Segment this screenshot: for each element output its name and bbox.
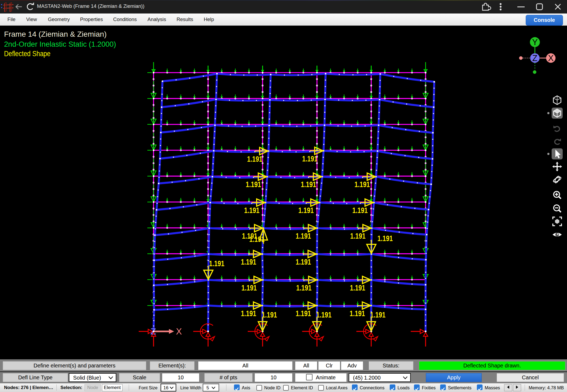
svg-text:1.191: 1.191 — [302, 154, 318, 163]
svg-text:1.191: 1.191 — [241, 257, 256, 266]
svg-text:1.191: 1.191 — [301, 180, 316, 189]
svg-text:Z: Z — [532, 53, 538, 63]
svg-text:1.191: 1.191 — [262, 310, 277, 319]
svg-text:Frame 14 (Ziemian & Ziemian): Frame 14 (Ziemian & Ziemian) — [4, 30, 107, 38]
svg-text:1.191: 1.191 — [242, 283, 257, 292]
svg-text:1.191: 1.191 — [247, 154, 263, 163]
svg-text:1.191: 1.191 — [350, 283, 365, 292]
svg-text:1.191: 1.191 — [296, 257, 311, 266]
svg-text:1.191: 1.191 — [350, 309, 365, 318]
svg-text:1.191: 1.191 — [355, 180, 370, 189]
svg-text:Y: Y — [532, 38, 538, 47]
svg-text:1.191: 1.191 — [350, 231, 366, 240]
svg-text:X: X — [176, 326, 182, 336]
svg-text:1.191: 1.191 — [378, 234, 393, 243]
svg-text:Deflected Shape: Deflected Shape — [4, 49, 50, 58]
svg-text:1.191: 1.191 — [249, 235, 265, 244]
svg-text:X: X — [548, 53, 554, 63]
svg-text:1.191: 1.191 — [316, 310, 332, 319]
svg-text:1.191: 1.191 — [246, 180, 261, 189]
svg-text:1.191: 1.191 — [209, 259, 225, 268]
svg-text:1.191: 1.191 — [352, 206, 368, 215]
svg-text:1.191: 1.191 — [296, 309, 311, 318]
svg-text:1.191: 1.191 — [296, 231, 311, 240]
svg-text:1.191: 1.191 — [298, 206, 314, 215]
svg-text:1.191: 1.191 — [370, 310, 386, 319]
svg-text:2nd-Order Inelastic Static (1.: 2nd-Order Inelastic Static (1.2000) — [4, 40, 116, 48]
svg-text:1.191: 1.191 — [244, 206, 260, 215]
svg-text:1.191: 1.191 — [296, 283, 312, 292]
svg-text:1.191: 1.191 — [241, 309, 256, 318]
